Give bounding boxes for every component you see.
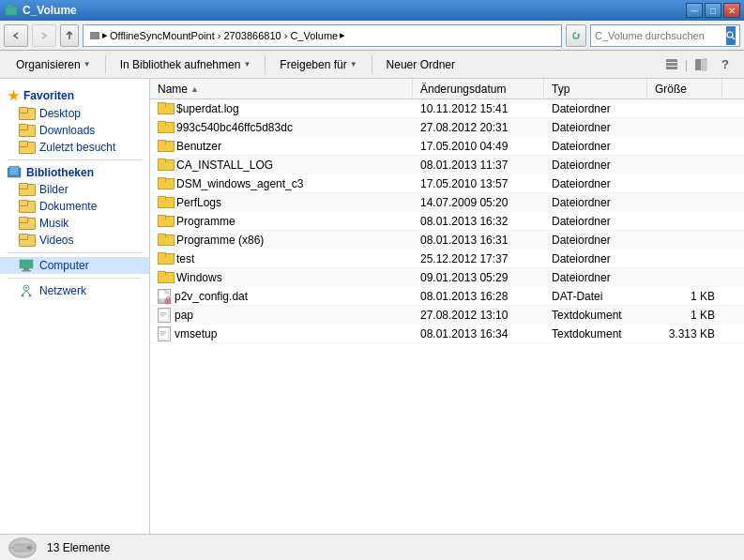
recent-folder-icon — [19, 141, 34, 154]
file-date-cell: 27.08.2012 20:31 — [413, 120, 544, 135]
breadcrumb-path: OfflineSyncMountPoint › 2703866810 › C_V… — [110, 30, 338, 41]
computer-label: Computer — [39, 259, 89, 272]
hdd-icon — [8, 537, 38, 559]
library-button[interactable]: In Bibliothek aufnehmen ▼ — [112, 53, 260, 76]
file-date-cell: 08.01.2013 11:37 — [413, 158, 544, 173]
downloads-label: Downloads — [39, 124, 95, 137]
preview-pane-button[interactable] — [690, 53, 712, 76]
toolbar-separator-1 — [105, 55, 106, 74]
col-header-type[interactable]: Typ — [544, 79, 647, 98]
address-box[interactable]: ▸ OfflineSyncMountPoint › 2703866810 › C… — [83, 24, 562, 47]
refresh-button[interactable] — [566, 24, 586, 47]
titlebar-controls: ─ □ ✕ — [686, 3, 740, 18]
sidebar-item-videos[interactable]: Videos — [0, 232, 149, 249]
statusbar: 13 Elemente — [0, 534, 744, 560]
file-date-cell: 27.08.2012 13:10 — [413, 308, 544, 323]
folder-icon — [158, 234, 173, 246]
minimize-button[interactable]: ─ — [686, 3, 703, 18]
sidebar-libraries-header[interactable]: Bibliotheken — [0, 164, 149, 181]
status-count: 13 Elemente — [47, 541, 110, 554]
sidebar-item-downloads[interactable]: Downloads — [0, 122, 149, 139]
file-date-cell: 09.01.2013 05:29 — [413, 270, 544, 285]
file-name: Programme (x86) — [176, 234, 264, 247]
view-details-button[interactable] — [660, 53, 683, 76]
file-type-cell: Dateiordner — [544, 101, 647, 116]
file-name-cell: PerfLogs — [150, 195, 413, 210]
folder-icon — [158, 215, 173, 227]
col-header-size[interactable]: Größe — [647, 79, 722, 98]
table-row[interactable]: $uperdat.log 10.11.2012 15:41 Dateiordne… — [150, 99, 744, 118]
network-icon — [19, 284, 34, 297]
documents-folder-icon — [19, 200, 34, 213]
file-size-cell — [647, 127, 722, 129]
new-folder-button[interactable]: Neuer Ordner — [378, 53, 463, 76]
folder-icon — [158, 252, 173, 265]
col-header-date[interactable]: Änderungsdatum — [413, 79, 544, 98]
table-row[interactable]: Programme 08.01.2013 16:32 Dateiordner — [150, 212, 744, 231]
up-button[interactable] — [60, 24, 79, 47]
search-input[interactable] — [595, 30, 724, 41]
table-row[interactable]: pap 27.08.2012 13:10 Textdokument 1 KB — [150, 306, 744, 325]
svg-rect-13 — [23, 268, 29, 270]
file-name-cell: pap — [150, 307, 413, 324]
file-date-cell: 17.05.2010 13:57 — [413, 176, 544, 191]
table-row[interactable]: Benutzer 17.05.2010 04:49 Dateiordner — [150, 137, 744, 156]
file-name-cell: DSM_windows_agent_c3 — [150, 176, 413, 191]
file-name: DSM_windows_agent_c3 — [176, 177, 303, 190]
forward-button[interactable] — [32, 24, 56, 47]
folder-icon — [158, 177, 173, 189]
table-row[interactable]: Programme (x86) 08.01.2013 16:31 Dateior… — [150, 231, 744, 250]
sidebar-favorites-header[interactable]: ★ Favoriten — [0, 86, 149, 105]
file-date-cell: 25.12.2012 17:37 — [413, 251, 544, 266]
table-row[interactable]: DSM_windows_agent_c3 17.05.2010 13:57 Da… — [150, 174, 744, 193]
close-button[interactable]: ✕ — [723, 3, 740, 18]
svg-rect-14 — [22, 270, 31, 272]
folder-icon — [158, 159, 173, 171]
share-button[interactable]: Freigeben für ▼ — [271, 53, 365, 76]
svg-point-3 — [727, 32, 733, 38]
search-button[interactable] — [726, 26, 736, 45]
file-date-cell: 08.01.2013 16:28 — [413, 289, 544, 304]
sidebar-section-network: Netzwerk — [0, 282, 149, 299]
table-row[interactable]: Windows 09.01.2013 05:29 Dateiordner — [150, 268, 744, 287]
svg-rect-12 — [20, 260, 33, 268]
file-name: Programme — [176, 215, 235, 228]
maximize-button[interactable]: □ — [705, 3, 721, 18]
file-size-cell — [647, 258, 722, 260]
file-name: $uperdat.log — [176, 102, 239, 115]
file-type-cell: Dateiordner — [544, 139, 647, 154]
folder-icon — [158, 140, 173, 152]
sidebar-item-network[interactable]: Netzwerk — [0, 282, 149, 299]
back-button[interactable] — [4, 24, 28, 47]
sidebar-item-computer[interactable]: Computer — [0, 257, 149, 274]
sidebar-item-documents[interactable]: Dokumente — [0, 198, 149, 215]
svg-rect-0 — [6, 7, 17, 15]
sidebar-item-pictures[interactable]: Bilder — [0, 181, 149, 198]
table-row[interactable]: 993c540bc46ffc5d83dc 27.08.2012 20:31 Da… — [150, 118, 744, 137]
txt-file-icon — [158, 308, 171, 323]
table-row[interactable]: DAT p2v_config.dat 08.01.2013 16:28 DAT-… — [150, 287, 744, 306]
file-name-cell: test — [150, 251, 413, 266]
file-name-cell: vmsetup — [150, 325, 413, 342]
libraries-label: Bibliotheken — [26, 166, 94, 179]
svg-rect-26 — [159, 309, 168, 321]
file-date-cell: 08.01.2013 16:31 — [413, 233, 544, 248]
table-row[interactable]: CA_INSTALL_LOG 08.01.2013 11:37 Dateiord… — [150, 156, 744, 174]
addressbar: ▸ OfflineSyncMountPoint › 2703866810 › C… — [0, 21, 744, 51]
sidebar-item-music[interactable]: Musik — [0, 215, 149, 232]
table-row[interactable]: PerfLogs 14.07.2009 05:20 Dateiordner — [150, 193, 744, 212]
titlebar-left: C_Volume — [4, 3, 77, 18]
file-size-cell — [647, 145, 722, 147]
col-header-name[interactable]: Name ▲ — [150, 79, 413, 98]
titlebar: C_Volume ─ □ ✕ — [0, 0, 744, 21]
search-box[interactable] — [590, 24, 740, 47]
sidebar-item-desktop[interactable]: Desktop — [0, 105, 149, 122]
svg-point-20 — [29, 295, 32, 297]
table-row[interactable]: test 25.12.2012 17:37 Dateiordner — [150, 250, 744, 268]
sidebar-item-recent[interactable]: Zuletzt besucht — [0, 139, 149, 156]
help-button[interactable]: ? — [714, 53, 736, 76]
organize-button[interactable]: Organisieren ▼ — [8, 53, 99, 76]
table-row[interactable]: vmsetup 08.01.2013 16:34 Textdokument 3.… — [150, 325, 744, 343]
file-list: Name ▲ Änderungsdatum Typ Größe $uperdat… — [150, 79, 744, 534]
file-size-cell — [647, 239, 722, 241]
